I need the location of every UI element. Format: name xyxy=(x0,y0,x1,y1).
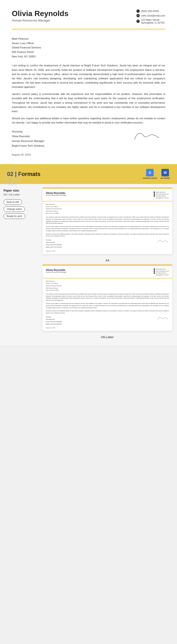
sender-title: Human Resources Manager xyxy=(12,19,68,22)
mini-header: Olivia Reynolds Human Resources Manager … xyxy=(42,189,172,202)
paper-size-value: A4 / US Letter xyxy=(4,193,34,196)
formats-title-wrap: 02 | Formats xyxy=(7,171,40,177)
mini-sender: Olivia Reynolds Human Resources Manager xyxy=(46,192,66,196)
us-letter-label: US Letter xyxy=(42,336,172,339)
mini-para-1b: I am writing to confirm the employment o… xyxy=(46,293,169,301)
mini-addr-icon-2 xyxy=(154,272,155,274)
address-item: 📍 123 Main Street Springfield, IL 62701 xyxy=(136,18,165,24)
email-item: ✉ John.Doe@mail.com xyxy=(136,14,165,17)
watermark-circle xyxy=(2,167,21,186)
google-docs-badge: G GOODLE DOCS xyxy=(143,169,157,179)
location-icon: 📍 xyxy=(136,20,140,23)
mini-para-1: I am writing to confirm the employment o… xyxy=(46,216,169,224)
formats-section: 02 | Formats G GOODLE DOCS W MS WORD Pap… xyxy=(0,164,177,345)
mini-email-icon xyxy=(154,194,155,195)
mini-sender-title-2: Human Resources Manager xyxy=(46,271,66,273)
mini-signature xyxy=(157,239,169,245)
letter-date: August 20, 2024 xyxy=(12,153,165,157)
formats-sidebar: Paper size: A4 / US Letter Easy to edit … xyxy=(0,184,38,345)
email-icon: ✉ xyxy=(136,14,140,17)
mini-date-2: August 20, 2024 xyxy=(46,327,169,328)
easy-to-edit-button[interactable]: Easy to edit xyxy=(4,199,22,205)
signature xyxy=(128,130,165,144)
address-text: 123 Main Street Springfield, IL 62701 xyxy=(141,18,165,24)
mini-recipient-2: Mark Peterson Senior Loan Officer Global… xyxy=(46,280,169,292)
mini-body: Mark Peterson Senior Loan Officer Global… xyxy=(42,202,172,254)
mini-signature-2 xyxy=(157,316,169,322)
a4-label: A4 xyxy=(42,259,172,262)
mini-recipient: Mark Peterson Senior Loan Officer Global… xyxy=(46,203,169,215)
paper-size-label: Paper size: xyxy=(4,189,34,192)
formats-header: 02 | Formats G GOODLE DOCS W MS WORD xyxy=(0,164,177,184)
change-colors-button[interactable]: Change colors xyxy=(4,206,25,212)
mini-phone-icon-2 xyxy=(154,268,155,270)
a4-card: Olivia Reynolds Human Resources Manager … xyxy=(42,188,172,254)
mini-closing-2: Sincerely, Olivia Reynolds Human Resourc… xyxy=(46,316,169,326)
mini-body-2: Mark Peterson Senior Loan Officer Global… xyxy=(42,278,172,331)
mini-sender-name-2: Olivia Reynolds xyxy=(46,268,66,271)
mini-addr-icon xyxy=(154,195,155,197)
paragraph-2: Jacob's current salary is commensurate w… xyxy=(12,92,165,113)
closing-text: Sincerely, Olivia Reynolds Human Resourc… xyxy=(12,130,44,148)
letter-closing: Sincerely, Olivia Reynolds Human Resourc… xyxy=(12,130,165,148)
mini-sender-title: Human Resources Manager xyxy=(46,194,66,196)
mini-date: August 20, 2024 xyxy=(46,250,169,252)
paragraph-3: Should you require any additional detail… xyxy=(12,116,165,125)
email-address: John.Doe@mail.com xyxy=(141,14,165,17)
letter-preview: Olivia Reynolds Human Resources Manager … xyxy=(0,0,177,164)
mini-phone-icon xyxy=(154,192,155,193)
formats-main: Paper size: A4 / US Letter Easy to edit … xyxy=(0,184,177,345)
mini-para-3b: Should you require any additional detail… xyxy=(46,310,169,314)
paragraph-1: I am writing to confirm the employment o… xyxy=(12,63,165,89)
mini-para-2: Jacob's current salary is commensurate w… xyxy=(46,226,169,232)
mini-para-3: Should you require any additional detail… xyxy=(46,233,169,237)
mini-closing: Sincerely, Olivia Reynolds Human Resourc… xyxy=(46,239,169,248)
phone-item: 📞 (555) 555-5555 xyxy=(136,10,165,13)
mini-header-2: Olivia Reynolds Human Resources Manager … xyxy=(42,266,172,278)
sender-name: Olivia Reynolds xyxy=(12,10,68,18)
sender-info: Olivia Reynolds Human Resources Manager xyxy=(12,10,68,22)
mini-contact: (555) 555-5555 John.Doe@mail.com 123 Mai… xyxy=(154,192,169,198)
contact-info: 📞 (555) 555-5555 ✉ John.Doe@mail.com 📍 1… xyxy=(136,10,165,24)
recipient-block: Mark Peterson Senior Loan Officer Global… xyxy=(12,36,165,58)
ready-for-print-button[interactable]: Ready for print xyxy=(4,214,25,219)
ms-word-icon: W xyxy=(162,169,169,176)
google-docs-icon: G xyxy=(146,169,154,176)
phone-number: (555) 555-5555 xyxy=(141,10,159,12)
us-letter-card: Olivia Reynolds Human Resources Manager … xyxy=(42,264,172,331)
mini-contact-2: (555) 555-5555 John.Doe@mail.com 123 Mai… xyxy=(154,268,169,276)
ms-word-badge: W MS WORD xyxy=(160,169,170,179)
mini-sender-2: Olivia Reynolds Human Resources Manager xyxy=(46,268,66,273)
mini-sender-name: Olivia Reynolds xyxy=(46,192,66,194)
formats-apps: G GOODLE DOCS W MS WORD xyxy=(143,169,170,179)
mini-para-2b: Jacob's current salary is commensurate w… xyxy=(46,302,169,309)
letter-header: Olivia Reynolds Human Resources Manager … xyxy=(12,10,165,30)
phone-icon: 📞 xyxy=(136,10,140,13)
mini-email-icon-2 xyxy=(154,270,155,272)
formats-content: Olivia Reynolds Human Resources Manager … xyxy=(38,184,177,345)
letter-body: Mark Peterson Senior Loan Officer Global… xyxy=(12,36,165,157)
